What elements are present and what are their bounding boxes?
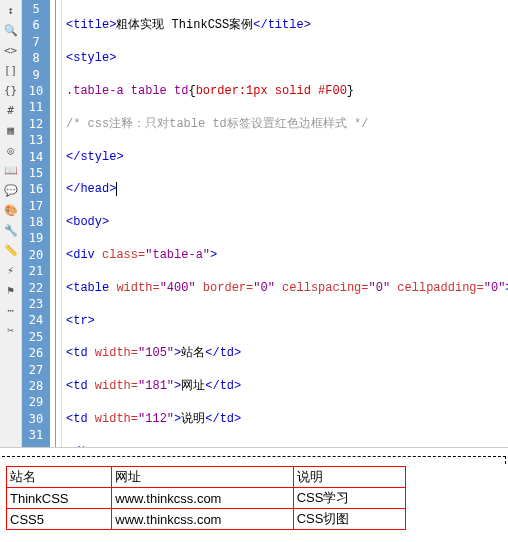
bolt-icon[interactable]: ⚡ — [3, 262, 19, 278]
palette-icon[interactable]: 🎨 — [3, 202, 19, 218]
gutter: 5678910111213141516171819202122232425262… — [22, 0, 62, 447]
wrench-icon[interactable]: 🔧 — [3, 222, 19, 238]
tag-icon[interactable]: <> — [3, 42, 19, 58]
book-icon[interactable]: 📖 — [3, 162, 19, 178]
preview-table: 站名 网址 说明 ThinkCSS www.thinkcss.com CSS学习… — [6, 466, 406, 530]
table-row: 站名 网址 说明 — [7, 467, 406, 488]
preview-pane: 站名 网址 说明 ThinkCSS www.thinkcss.com CSS学习… — [0, 448, 508, 536]
data-cell: www.thinkcss.com — [112, 488, 293, 509]
css-selector: .table-a table td — [66, 84, 188, 98]
chat-icon[interactable]: 💬 — [3, 182, 19, 198]
preview-divider — [2, 456, 506, 464]
magnify-icon[interactable]: 🔍 — [3, 22, 19, 38]
brace-curly-icon[interactable]: {} — [3, 82, 19, 98]
table-row: ThinkCSS www.thinkcss.com CSS学习 — [7, 488, 406, 509]
code-text-area[interactable]: <title>粗体实现 ThinkCSS案例</title> <style> .… — [62, 0, 508, 447]
data-cell: CSS切图 — [293, 509, 405, 530]
line-number-gutter[interactable]: 5678910111213141516171819202122232425262… — [22, 0, 50, 447]
arrow-icon[interactable]: ↕ — [3, 2, 19, 18]
header-cell: 网址 — [112, 467, 293, 488]
header-cell: 说明 — [293, 467, 405, 488]
vertical-toolbar: ↕ 🔍 <> [] {} # ▦ ◎ 📖 💬 🎨 🔧 📏 ⚡ ⚑ ⋯ ✂ — [0, 0, 22, 447]
code-editor-pane: ↕ 🔍 <> [] {} # ▦ ◎ 📖 💬 🎨 🔧 📏 ⚡ ⚑ ⋯ ✂ 567… — [0, 0, 508, 448]
fold-gutter[interactable] — [50, 0, 62, 447]
grid-icon[interactable]: ▦ — [3, 122, 19, 138]
ellipsis-icon[interactable]: ⋯ — [3, 302, 19, 318]
ruler-icon[interactable]: 📏 — [3, 242, 19, 258]
flag-icon[interactable]: ⚑ — [3, 282, 19, 298]
table-row: CSS5 www.thinkcss.com CSS切图 — [7, 509, 406, 530]
data-cell: CSS5 — [7, 509, 112, 530]
target-icon[interactable]: ◎ — [3, 142, 19, 158]
brace-square-icon[interactable]: [] — [3, 62, 19, 78]
title-text: 粗体实现 ThinkCSS案例 — [116, 18, 253, 32]
css-comment: /* css注释：只对table td标签设置红色边框样式 */ — [66, 117, 368, 131]
data-cell: CSS学习 — [293, 488, 405, 509]
css-rule: border:1px solid #F00 — [196, 84, 347, 98]
scissors-icon[interactable]: ✂ — [3, 322, 19, 338]
hash-icon[interactable]: # — [3, 102, 19, 118]
data-cell: ThinkCSS — [7, 488, 112, 509]
data-cell: www.thinkcss.com — [112, 509, 293, 530]
header-cell: 站名 — [7, 467, 112, 488]
